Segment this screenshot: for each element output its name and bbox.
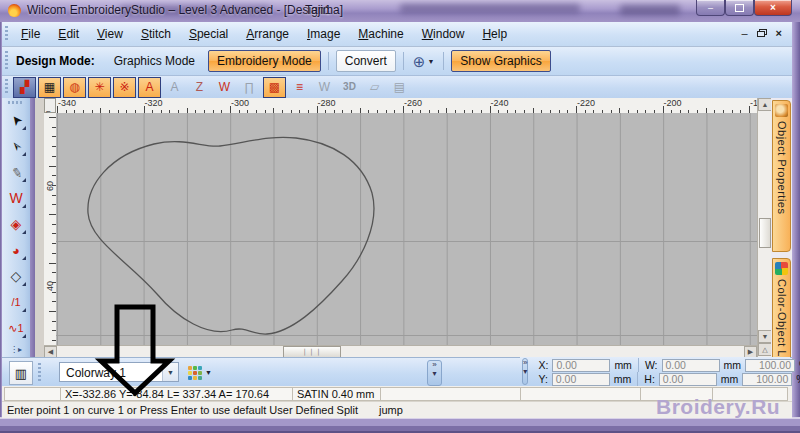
- show-graphics-button[interactable]: Show Graphics: [451, 50, 550, 72]
- convert-button[interactable]: Convert: [336, 50, 396, 72]
- watermark: Broidery.Ru: [656, 395, 780, 419]
- stitch-player-button[interactable]: ▥: [9, 361, 33, 385]
- motif-fill-icon[interactable]: ◍: [63, 77, 86, 98]
- mdi-close-button[interactable]: ×: [776, 27, 782, 39]
- palette-color-dot: [193, 366, 197, 370]
- scroll-down-button[interactable]: ▼: [758, 330, 772, 343]
- h-field[interactable]: 0.00: [659, 373, 717, 386]
- applique-tool-icon[interactable]: ◈: [5, 213, 27, 235]
- thread-colors-button[interactable]: ▼: [188, 363, 218, 382]
- toolbar-grip[interactable]: [5, 51, 8, 71]
- select-tool-icon[interactable]: ➤: [5, 109, 27, 131]
- menu-stitch[interactable]: Stitch: [132, 24, 180, 44]
- ruler-label: -240: [491, 98, 509, 108]
- digitize-shape-icon[interactable]: ◇: [5, 265, 27, 287]
- menu-file[interactable]: File: [12, 24, 49, 44]
- pan-up-button[interactable]: △: [758, 343, 772, 356]
- minimize-button[interactable]: –: [696, 0, 725, 16]
- ruler-tick: [49, 263, 56, 264]
- transform-panel: »▾ X: 0.00 mm W: 0.00 mm 100.00 % Y: 0.0…: [520, 357, 790, 386]
- run-digitize-icon: ∿1: [8, 322, 23, 335]
- palette-color-dot: [188, 376, 192, 380]
- ruler-origin-box: ⌐: [44, 98, 56, 113]
- reshape-tool-icon[interactable]: ➣: [5, 135, 27, 157]
- feather-stitch-icon[interactable]: ※: [113, 77, 136, 98]
- trapunto-icon: ▱: [363, 77, 386, 98]
- left-tools: ➤➣✐W◈◕◇/1∿1: [5, 109, 27, 343]
- menu-arrange[interactable]: Arrange: [237, 24, 298, 44]
- menu-machine[interactable]: Machine: [349, 24, 412, 44]
- vertical-scrollbar[interactable]: ▲ ▼ △: [757, 98, 772, 357]
- scale-y-unit: %: [796, 373, 800, 385]
- window-controls: – ×: [696, 0, 792, 16]
- ruler-label: -200: [664, 98, 682, 108]
- embroidery-mode-button[interactable]: Embroidery Mode: [208, 50, 321, 72]
- film-icon: ▥: [15, 366, 27, 381]
- menu-image[interactable]: Image: [298, 24, 349, 44]
- colorway-select[interactable]: Colorway 1 ▼: [59, 362, 179, 382]
- zigzag-stitch-icon: Z: [188, 77, 211, 98]
- toolbar-grip[interactable]: [5, 79, 8, 94]
- program-split-icon[interactable]: ▩: [263, 77, 286, 98]
- toolbar-grip[interactable]: [38, 363, 41, 382]
- menubar: FileEditViewStitchSpecialArrangeImageMac…: [2, 22, 792, 47]
- applique-tool-icon: ◈: [11, 216, 22, 232]
- tab-object-properties[interactable]: Object Properties: [772, 100, 791, 252]
- buttonhole-tool-icon[interactable]: ◕: [5, 239, 27, 261]
- chevron-down-icon[interactable]: ▼: [162, 363, 178, 381]
- lettering-tool-icon[interactable]: W: [5, 187, 27, 209]
- y-field[interactable]: 0.00: [552, 373, 610, 386]
- contour-fill-icon[interactable]: A: [138, 77, 161, 98]
- toolbar-grip[interactable]: [5, 26, 8, 43]
- status-travel-mode: jump: [374, 403, 654, 418]
- toolbar-overflow-button[interactable]: »▾: [522, 358, 528, 385]
- stitch-toolbar: ▞▦◍✳※AAZW∏▩≡W3D▱▤: [2, 76, 792, 99]
- maximize-button[interactable]: [725, 0, 754, 16]
- x-label: X:: [538, 359, 548, 371]
- menu-help[interactable]: Help: [473, 24, 516, 44]
- tatami-fill-icon[interactable]: ▦: [38, 77, 61, 98]
- status-cell-empty: [4, 387, 64, 401]
- design-outline-object[interactable]: [56, 113, 757, 345]
- close-button[interactable]: ×: [754, 0, 792, 16]
- toolbar-grip[interactable]: [8, 101, 25, 104]
- titlebar-glass-reflection: [400, 4, 580, 13]
- menu-edit[interactable]: Edit: [49, 24, 88, 44]
- scale-x-field[interactable]: 100.00: [745, 359, 795, 372]
- toolbar-overflow-button[interactable]: »▾: [427, 360, 442, 386]
- digitize-shape-icon: ◇: [11, 268, 22, 284]
- menu-view[interactable]: View: [88, 24, 132, 44]
- application-window: Wilcom EmbroideryStudio – Level 3 Advanc…: [0, 0, 800, 433]
- graphics-mode-button[interactable]: Graphics Mode: [105, 50, 204, 72]
- knife-tool-icon[interactable]: ✐: [5, 161, 27, 183]
- satin-lines-icon[interactable]: ≡: [288, 77, 311, 98]
- menu-special[interactable]: Special: [180, 24, 237, 44]
- fancy-fill-icon[interactable]: ✳: [88, 77, 111, 98]
- ruler-tick: [49, 311, 56, 312]
- app-icon: [8, 4, 21, 17]
- toolbar-separator: [443, 52, 444, 70]
- w-field[interactable]: 0.00: [662, 359, 720, 372]
- titlebar: Wilcom EmbroideryStudio – Level 3 Advanc…: [0, 0, 800, 22]
- manual-stitch-icon[interactable]: ▞: [13, 77, 36, 98]
- design-canvas[interactable]: [56, 113, 757, 345]
- x-field[interactable]: 0.00: [552, 359, 610, 372]
- titlebar-glass-reflection: [620, 5, 680, 15]
- ruler-label: -220: [577, 98, 595, 108]
- tab-label: Object Properties: [776, 121, 788, 214]
- vertical-scroll-thumb[interactable]: [759, 218, 771, 248]
- scale-y-field[interactable]: 100.00: [742, 373, 792, 386]
- panel-separator: [637, 372, 638, 386]
- menu-window[interactable]: Window: [413, 24, 474, 44]
- palette-color-dot: [188, 366, 192, 370]
- open-curve-icon[interactable]: /1: [5, 291, 27, 313]
- machine-format-button[interactable]: ⊕ ▼: [409, 52, 439, 71]
- mdi-minimize-button[interactable]: –: [741, 27, 747, 39]
- toolbox-overflow-button[interactable]: ⋮▸: [10, 345, 22, 354]
- object-properties-icon: [775, 104, 788, 117]
- wave-stitch-icon[interactable]: W: [213, 77, 236, 98]
- run-digitize-icon[interactable]: ∿1: [5, 317, 27, 339]
- h-unit: mm: [721, 373, 739, 385]
- scroll-up-button[interactable]: ▲: [758, 98, 772, 111]
- mdi-restore-button[interactable]: [757, 29, 767, 38]
